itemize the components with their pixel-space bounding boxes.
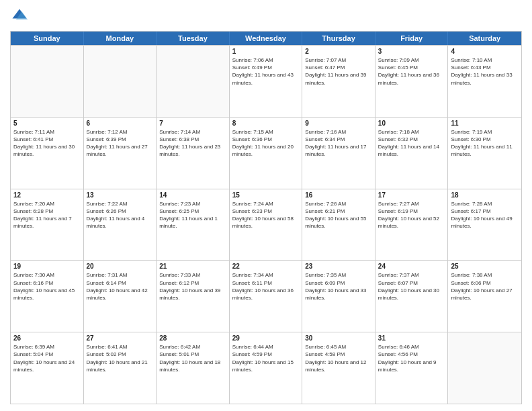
cell-info: Sunrise: 7:14 AM Sunset: 6:38 PM Dayligh… bbox=[159, 128, 226, 158]
calendar-cell bbox=[448, 332, 521, 404]
calendar-page: SundayMondayTuesdayWednesdayThursdayFrid… bbox=[0, 0, 532, 411]
calendar-cell: 30Sunrise: 6:45 AM Sunset: 4:58 PM Dayli… bbox=[302, 332, 375, 404]
day-number: 19 bbox=[13, 263, 81, 270]
weekday-header: Wednesday bbox=[230, 32, 303, 45]
day-number: 15 bbox=[232, 191, 300, 199]
calendar-cell bbox=[84, 46, 157, 117]
cell-info: Sunrise: 7:24 AM Sunset: 6:23 PM Dayligh… bbox=[232, 200, 300, 230]
calendar-cell: 10Sunrise: 7:18 AM Sunset: 6:32 PM Dayli… bbox=[375, 118, 449, 189]
weekday-header: Saturday bbox=[448, 32, 521, 45]
calendar-header: SundayMondayTuesdayWednesdayThursdayFrid… bbox=[11, 32, 521, 45]
calendar-cell: 9Sunrise: 7:16 AM Sunset: 6:34 PM Daylig… bbox=[302, 118, 375, 189]
cell-info: Sunrise: 6:44 AM Sunset: 4:59 PM Dayligh… bbox=[232, 343, 300, 373]
cell-info: Sunrise: 7:26 AM Sunset: 6:21 PM Dayligh… bbox=[305, 200, 372, 230]
day-number: 14 bbox=[159, 191, 226, 199]
cell-info: Sunrise: 6:41 AM Sunset: 5:02 PM Dayligh… bbox=[87, 343, 154, 373]
cell-info: Sunrise: 7:38 AM Sunset: 6:06 PM Dayligh… bbox=[451, 271, 519, 302]
day-number: 28 bbox=[159, 334, 226, 342]
day-number: 31 bbox=[378, 334, 445, 342]
day-number: 24 bbox=[378, 263, 445, 270]
day-number: 21 bbox=[159, 263, 226, 270]
day-number: 4 bbox=[451, 48, 519, 55]
day-number: 18 bbox=[451, 191, 519, 199]
calendar-row: 26Sunrise: 6:39 AM Sunset: 5:04 PM Dayli… bbox=[11, 332, 521, 404]
cell-info: Sunrise: 7:33 AM Sunset: 6:12 PM Dayligh… bbox=[159, 271, 226, 302]
calendar-row: 1Sunrise: 7:06 AM Sunset: 6:49 PM Daylig… bbox=[11, 45, 521, 117]
cell-info: Sunrise: 7:30 AM Sunset: 6:16 PM Dayligh… bbox=[13, 271, 81, 302]
calendar-cell: 8Sunrise: 7:15 AM Sunset: 6:36 PM Daylig… bbox=[230, 118, 303, 189]
cell-info: Sunrise: 7:09 AM Sunset: 6:45 PM Dayligh… bbox=[378, 56, 445, 87]
logo-icon bbox=[10, 7, 29, 26]
calendar-cell: 17Sunrise: 7:27 AM Sunset: 6:19 PM Dayli… bbox=[375, 189, 449, 261]
calendar-cell: 27Sunrise: 6:41 AM Sunset: 5:02 PM Dayli… bbox=[84, 332, 157, 404]
calendar-row: 12Sunrise: 7:20 AM Sunset: 6:28 PM Dayli… bbox=[11, 189, 521, 261]
cell-info: Sunrise: 7:22 AM Sunset: 6:26 PM Dayligh… bbox=[87, 200, 154, 230]
day-number: 7 bbox=[159, 120, 226, 127]
day-number: 11 bbox=[451, 120, 519, 127]
day-number: 30 bbox=[305, 334, 372, 342]
calendar-row: 5Sunrise: 7:11 AM Sunset: 6:41 PM Daylig… bbox=[11, 117, 521, 189]
calendar-cell bbox=[157, 46, 230, 117]
calendar-cell: 14Sunrise: 7:23 AM Sunset: 6:25 PM Dayli… bbox=[157, 189, 230, 261]
day-number: 17 bbox=[378, 191, 445, 199]
cell-info: Sunrise: 7:27 AM Sunset: 6:19 PM Dayligh… bbox=[378, 200, 445, 230]
day-number: 23 bbox=[305, 263, 372, 270]
day-number: 22 bbox=[232, 263, 300, 270]
calendar-cell: 11Sunrise: 7:19 AM Sunset: 6:30 PM Dayli… bbox=[448, 118, 521, 189]
cell-info: Sunrise: 7:10 AM Sunset: 6:43 PM Dayligh… bbox=[451, 56, 519, 87]
cell-info: Sunrise: 6:39 AM Sunset: 5:04 PM Dayligh… bbox=[13, 343, 81, 373]
page-header bbox=[10, 7, 522, 26]
cell-info: Sunrise: 7:06 AM Sunset: 6:49 PM Dayligh… bbox=[232, 56, 300, 87]
calendar-cell: 26Sunrise: 6:39 AM Sunset: 5:04 PM Dayli… bbox=[11, 332, 84, 404]
cell-info: Sunrise: 7:34 AM Sunset: 6:11 PM Dayligh… bbox=[232, 271, 300, 302]
cell-info: Sunrise: 7:31 AM Sunset: 6:14 PM Dayligh… bbox=[87, 271, 154, 302]
cell-info: Sunrise: 7:19 AM Sunset: 6:30 PM Dayligh… bbox=[451, 128, 519, 158]
weekday-header: Monday bbox=[84, 32, 157, 45]
calendar-cell: 12Sunrise: 7:20 AM Sunset: 6:28 PM Dayli… bbox=[11, 189, 84, 261]
calendar-cell: 31Sunrise: 6:46 AM Sunset: 4:56 PM Dayli… bbox=[375, 332, 449, 404]
cell-info: Sunrise: 7:11 AM Sunset: 6:41 PM Dayligh… bbox=[13, 128, 81, 158]
day-number: 27 bbox=[87, 334, 154, 342]
day-number: 2 bbox=[305, 48, 372, 55]
day-number: 5 bbox=[13, 120, 81, 127]
cell-info: Sunrise: 7:15 AM Sunset: 6:36 PM Dayligh… bbox=[232, 128, 300, 158]
cell-info: Sunrise: 7:37 AM Sunset: 6:07 PM Dayligh… bbox=[378, 271, 445, 302]
calendar-cell: 19Sunrise: 7:30 AM Sunset: 6:16 PM Dayli… bbox=[11, 261, 84, 332]
calendar-cell: 7Sunrise: 7:14 AM Sunset: 6:38 PM Daylig… bbox=[157, 118, 230, 189]
day-number: 13 bbox=[87, 191, 154, 199]
cell-info: Sunrise: 7:35 AM Sunset: 6:09 PM Dayligh… bbox=[305, 271, 372, 302]
day-number: 16 bbox=[305, 191, 372, 199]
day-number: 8 bbox=[232, 120, 300, 127]
calendar-cell: 23Sunrise: 7:35 AM Sunset: 6:09 PM Dayli… bbox=[302, 261, 375, 332]
day-number: 20 bbox=[87, 263, 154, 270]
calendar-cell: 28Sunrise: 6:42 AM Sunset: 5:01 PM Dayli… bbox=[157, 332, 230, 404]
cell-info: Sunrise: 7:18 AM Sunset: 6:32 PM Dayligh… bbox=[378, 128, 445, 158]
calendar-cell: 5Sunrise: 7:11 AM Sunset: 6:41 PM Daylig… bbox=[11, 118, 84, 189]
day-number: 25 bbox=[451, 263, 519, 270]
weekday-header: Friday bbox=[375, 32, 449, 45]
day-number: 26 bbox=[13, 334, 81, 342]
calendar-cell: 15Sunrise: 7:24 AM Sunset: 6:23 PM Dayli… bbox=[230, 189, 303, 261]
cell-info: Sunrise: 7:20 AM Sunset: 6:28 PM Dayligh… bbox=[13, 200, 81, 230]
cell-info: Sunrise: 7:23 AM Sunset: 6:25 PM Dayligh… bbox=[159, 200, 226, 230]
calendar-cell: 13Sunrise: 7:22 AM Sunset: 6:26 PM Dayli… bbox=[84, 189, 157, 261]
calendar-cell: 16Sunrise: 7:26 AM Sunset: 6:21 PM Dayli… bbox=[302, 189, 375, 261]
day-number: 9 bbox=[305, 120, 372, 127]
cell-info: Sunrise: 7:12 AM Sunset: 6:39 PM Dayligh… bbox=[87, 128, 154, 158]
day-number: 3 bbox=[378, 48, 445, 55]
day-number: 6 bbox=[87, 120, 154, 127]
logo bbox=[10, 7, 32, 26]
cell-info: Sunrise: 7:28 AM Sunset: 6:17 PM Dayligh… bbox=[451, 200, 519, 230]
calendar-cell: 20Sunrise: 7:31 AM Sunset: 6:14 PM Dayli… bbox=[84, 261, 157, 332]
weekday-header: Sunday bbox=[11, 32, 84, 45]
calendar-cell: 1Sunrise: 7:06 AM Sunset: 6:49 PM Daylig… bbox=[230, 46, 303, 117]
cell-info: Sunrise: 7:07 AM Sunset: 6:47 PM Dayligh… bbox=[305, 56, 372, 87]
day-number: 1 bbox=[232, 48, 300, 55]
calendar-cell: 2Sunrise: 7:07 AM Sunset: 6:47 PM Daylig… bbox=[302, 46, 375, 117]
calendar-cell: 22Sunrise: 7:34 AM Sunset: 6:11 PM Dayli… bbox=[230, 261, 303, 332]
day-number: 29 bbox=[232, 334, 300, 342]
calendar-cell bbox=[11, 46, 84, 117]
day-number: 10 bbox=[378, 120, 445, 127]
calendar-cell: 18Sunrise: 7:28 AM Sunset: 6:17 PM Dayli… bbox=[448, 189, 521, 261]
calendar-cell: 29Sunrise: 6:44 AM Sunset: 4:59 PM Dayli… bbox=[230, 332, 303, 404]
